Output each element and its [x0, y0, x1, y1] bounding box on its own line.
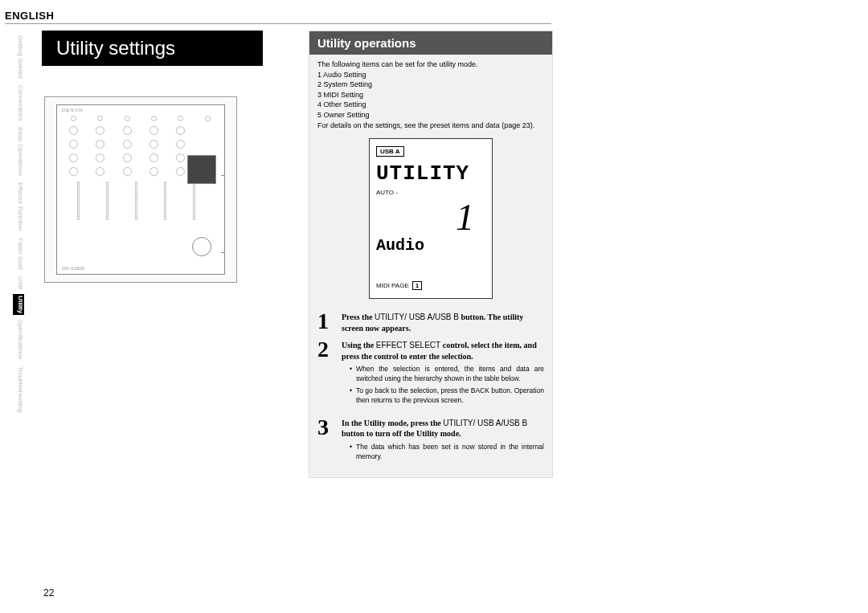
language-header: ENGLISH: [5, 10, 551, 24]
sidetab-connections[interactable]: Connections: [13, 84, 24, 122]
product-diagram: DENON DN-X1600: [44, 96, 237, 283]
intro-block: The following items can be set for the u…: [309, 55, 552, 135]
step-1-number: 1: [317, 312, 335, 333]
step-3-body: In the Utility mode, press the UTILITY/ …: [342, 418, 544, 439]
step-2-number: 2: [317, 340, 335, 362]
lcd-page-badge: 1: [412, 281, 422, 290]
step-3: 3 In the Utility mode, press the UTILITY…: [309, 413, 552, 441]
intro-item-2: 2 System Setting: [317, 80, 544, 90]
diagram-screen-icon: [187, 155, 216, 184]
intro-line: The following items can be set for the u…: [317, 59, 544, 70]
step-1: 1 Press the UTILITY/ USB A/USB B button.…: [309, 307, 552, 335]
intro-item-4: 4 Other Setting: [317, 100, 544, 110]
step-1-body: Press the UTILITY/ USB A/USB B button. T…: [342, 312, 544, 333]
step-3-number: 3: [317, 418, 335, 439]
intro-item-1: 1 Audio Setting: [317, 70, 544, 80]
lcd-screen: USB A UTILITY AUTO - 1 Audio MIDI PAGE 1: [369, 138, 493, 299]
diagram-jogwheel-icon: [192, 237, 211, 256]
sidetab-specifications[interactable]: Specifications: [13, 318, 24, 361]
sidetab-fader-start[interactable]: Fader Start: [13, 236, 24, 272]
sidetab-basic-operations[interactable]: Basic Operations: [13, 125, 24, 178]
lcd-footer-text: MIDI PAGE: [376, 282, 409, 289]
step-2-note-2: To go back to the selection, press the B…: [350, 386, 544, 406]
diagram-brand-label: DENON: [62, 108, 84, 112]
section-title: Utility operations: [309, 31, 552, 55]
lcd-sub-label: Audio: [376, 236, 485, 255]
lcd-auto-label: AUTO -: [376, 189, 485, 196]
sidetab-troubleshooting[interactable]: Troubleshooting: [13, 365, 24, 414]
step-2-note-1: When the selection is entered, the items…: [350, 365, 544, 384]
intro-item-3: 3 MIDI Setting: [317, 90, 544, 100]
step-3-note-1: The data which has been set is now store…: [350, 443, 544, 462]
sidetab-getting-started[interactable]: Getting Started: [13, 34, 24, 80]
step-3-notes: The data which has been set is now store…: [309, 441, 552, 469]
page-number: 22: [43, 587, 54, 599]
utility-operations-panel: Utility operations The following items c…: [309, 31, 553, 478]
intro-detail-note: For details on the settings, see the pre…: [317, 121, 544, 131]
page-title: Utility settings: [42, 31, 263, 66]
sidetab-usb[interactable]: USB: [13, 275, 24, 291]
intro-item-5: 5 Owner Setting: [317, 110, 544, 121]
lcd-title: UTILITY: [376, 161, 485, 186]
step-2-notes: When the selection is entered, the items…: [309, 363, 552, 413]
lcd-usb-badge: USB A: [376, 146, 404, 157]
lcd-footer: MIDI PAGE 1: [376, 281, 422, 290]
step-2-body: Using the EFFECT SELECT control, select …: [342, 340, 544, 362]
sidetab-utility[interactable]: Utility: [13, 294, 24, 315]
diagram-model-label: DN-X1600: [62, 266, 84, 271]
sidetab-effector-function[interactable]: Effector Function: [13, 181, 24, 232]
lcd-big-number: 1: [376, 201, 485, 234]
side-navigation: Getting Started Connections Basic Operat…: [13, 34, 24, 414]
step-2: 2 Using the EFFECT SELECT control, selec…: [309, 335, 552, 363]
